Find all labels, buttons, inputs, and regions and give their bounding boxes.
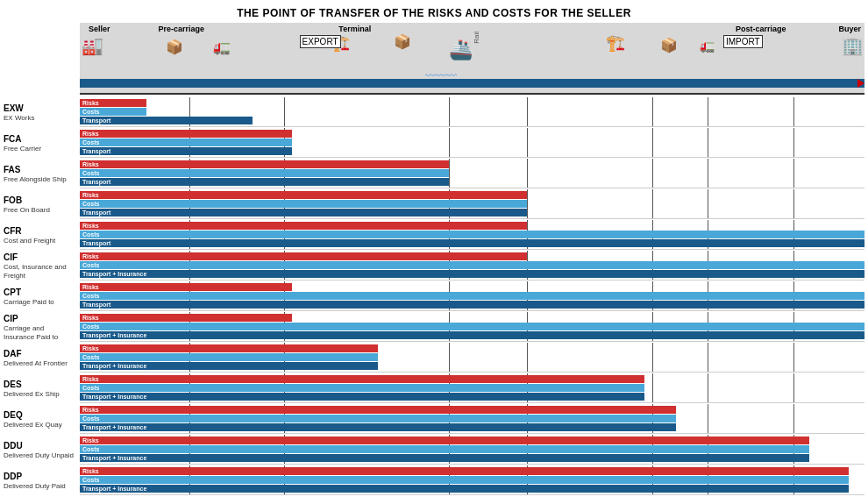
bar-row: Risks xyxy=(80,437,864,444)
rail-label: Rail xyxy=(473,32,480,44)
crane-icon-2: 🏗️ xyxy=(606,33,625,53)
term-row: DAFDelivered At FrontierRisksCostsTransp… xyxy=(4,343,864,373)
bar-transport: Transport xyxy=(80,301,864,309)
buyer-label: Buyer xyxy=(838,25,861,33)
vertical-line xyxy=(527,189,528,218)
bar-costs: Costs xyxy=(80,138,292,146)
vertical-line xyxy=(793,159,794,188)
vertical-line xyxy=(527,159,528,188)
bar-risks: Risks xyxy=(80,191,527,199)
terminal-label: Terminal xyxy=(338,25,371,33)
vertical-line xyxy=(793,97,794,126)
bar-costs: Costs xyxy=(80,231,864,238)
term-label: DESDelivered Ex Ship xyxy=(4,373,80,403)
bars-area: RisksCostsTransport + Insurance xyxy=(80,404,864,434)
bar-row: Risks xyxy=(80,344,864,352)
bar-row: Risks xyxy=(80,191,864,199)
vertical-line xyxy=(652,373,653,402)
bar-costs: Costs xyxy=(80,353,378,361)
bars-area: RisksCostsTransport xyxy=(80,220,864,250)
term-code: CFR xyxy=(4,225,76,237)
bar-row: Costs xyxy=(80,108,864,116)
bar-transport: Transport + Insurance xyxy=(80,270,864,278)
term-code: DAF xyxy=(4,348,76,359)
bars-area: RisksCostsTransport xyxy=(80,281,864,311)
seller-building-icon: 🏭 xyxy=(82,35,103,56)
bars-area: RisksCostsTransport + Insurance xyxy=(80,465,864,495)
bar-transport: Transport xyxy=(80,178,449,186)
vertical-line xyxy=(449,97,450,126)
box-icon: 📦 xyxy=(166,39,183,55)
vertical-line xyxy=(652,97,653,126)
term-name: Cost, Insurance and Freight xyxy=(4,263,76,280)
term-name: Delivered Duty Paid xyxy=(4,482,76,491)
direction-bar xyxy=(80,79,864,88)
bar-transport: Transport + Insurance xyxy=(80,331,864,339)
bar-transport: Transport + Insurance xyxy=(80,485,849,493)
term-label: FOBFree On Board xyxy=(4,189,80,219)
bar-risks: Risks xyxy=(80,160,449,168)
vertical-line xyxy=(793,128,794,157)
bar-risks: Risks xyxy=(80,283,292,291)
vertical-line xyxy=(527,97,528,126)
term-label: DAFDelivered At Frontier xyxy=(4,343,80,373)
bar-row: Risks xyxy=(80,160,864,168)
bar-risks: Risks xyxy=(80,130,292,138)
term-row: FOBFree On BoardRisksCostsTransport xyxy=(4,189,864,219)
term-code: FOB xyxy=(4,195,76,206)
bar-costs: Costs xyxy=(80,415,676,422)
bars-area: RisksCostsTransport xyxy=(80,97,864,127)
bar-row: Costs xyxy=(80,323,864,330)
term-label: FASFree Alongside Ship xyxy=(4,159,80,188)
bar-costs: Costs xyxy=(80,169,449,177)
bar-row: Risks xyxy=(80,375,864,383)
term-code: CIP xyxy=(4,313,76,324)
vertical-line xyxy=(449,343,450,372)
term-code: CIF xyxy=(4,252,76,263)
bars-area: RisksCostsTransport xyxy=(80,189,864,219)
bar-row: Transport + Insurance xyxy=(80,423,864,431)
term-row: FASFree Alongside ShipRisksCostsTranspor… xyxy=(4,159,864,188)
bars-area: RisksCostsTransport + Insurance xyxy=(80,343,864,373)
bar-transport: Transport xyxy=(80,117,253,124)
bar-row: Transport + Insurance xyxy=(80,331,864,339)
bars-area: RisksCostsTransport + Insurance xyxy=(80,435,864,465)
term-label: DEQDelivered Ex Quay xyxy=(4,404,80,434)
vertical-line xyxy=(708,189,708,218)
bar-risks: Risks xyxy=(80,375,644,383)
term-name: Free Carrier xyxy=(4,145,76,153)
bar-risks: Risks xyxy=(80,314,292,322)
truck-icon-2: 🚛 xyxy=(700,39,715,53)
bar-costs: Costs xyxy=(80,384,644,392)
bar-row: Transport xyxy=(80,209,864,217)
truck-icon-1: 🚛 xyxy=(213,39,231,55)
bars-area: RisksCostsTransport + Insurance xyxy=(80,251,864,280)
bar-row: Costs xyxy=(80,261,864,269)
term-name: Carriage Paid to xyxy=(4,298,76,307)
term-row: FCAFree CarrierRisksCostsTransport xyxy=(4,128,864,158)
term-code: EXW xyxy=(4,103,76,114)
term-name: Delivered At Frontier xyxy=(4,359,76,368)
bar-row: Risks xyxy=(80,406,864,414)
vertical-line xyxy=(793,404,794,433)
bar-costs: Costs xyxy=(80,476,849,484)
bars-area: RisksCostsTransport + Insurance xyxy=(80,373,864,403)
seller-label: Seller xyxy=(89,25,110,33)
term-label: CIFCost, Insurance and Freight xyxy=(4,251,80,280)
bar-costs: Costs xyxy=(80,261,864,269)
bar-costs: Costs xyxy=(80,200,527,208)
bar-row: Transport xyxy=(80,178,864,186)
term-code: DDU xyxy=(4,440,76,451)
bars-area: RisksCostsTransport + Insurance xyxy=(80,312,864,342)
term-row: DDUDelivered Duty UnpaidRisksCostsTransp… xyxy=(4,435,864,465)
term-code: FCA xyxy=(4,133,76,145)
term-row: DESDelivered Ex ShipRisksCostsTransport … xyxy=(4,373,864,403)
bar-row: Costs xyxy=(80,231,864,238)
bar-risks: Risks xyxy=(80,252,527,260)
term-name: Free Alongside Ship xyxy=(4,175,76,184)
term-code: DEQ xyxy=(4,409,76,421)
term-row: DEQDelivered Ex QuayRisksCostsTransport … xyxy=(4,404,864,434)
bar-costs: Costs xyxy=(80,292,864,300)
wave-icon: 〰〰〰 xyxy=(425,70,457,82)
ship-icon: 🚢 xyxy=(449,39,473,61)
